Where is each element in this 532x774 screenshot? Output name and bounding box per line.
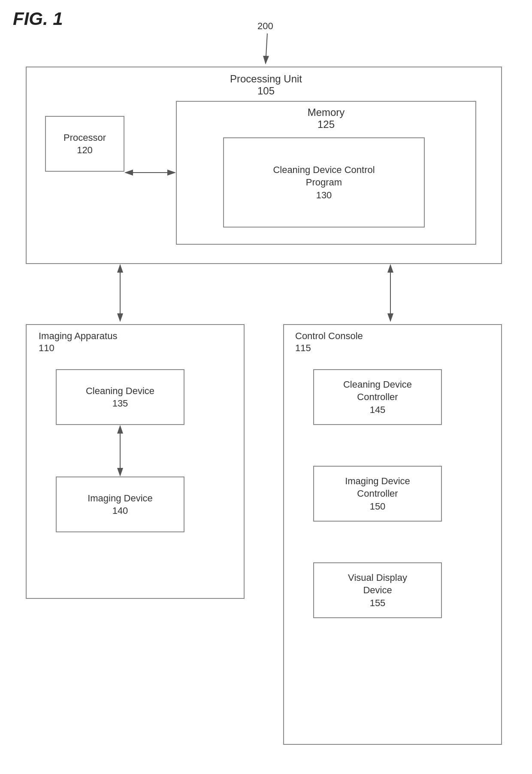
imaging-device-label: Imaging Device <box>88 492 153 505</box>
vdd-number: 155 <box>370 598 386 609</box>
cdc-label: Cleaning Device Controller <box>343 379 412 403</box>
idc-number: 150 <box>370 501 386 512</box>
imaging-device-number: 140 <box>112 505 128 516</box>
imaging-apparatus-label: Imaging Apparatus <box>39 331 117 342</box>
ref-200-label: 200 <box>257 21 273 32</box>
cdcp-box: Cleaning Device Control Program 130 <box>223 137 425 228</box>
imaging-apparatus-box <box>26 324 245 599</box>
idc-box: Imaging Device Controller 150 <box>313 466 442 522</box>
cdc-number: 145 <box>370 404 386 416</box>
cleaning-device-label: Cleaning Device <box>86 385 154 398</box>
cleaning-device-number: 135 <box>112 398 128 409</box>
figure-title: FIG. 1 <box>13 9 63 29</box>
idc-label: Imaging Device Controller <box>345 475 410 500</box>
processing-unit-number: 105 <box>0 85 532 97</box>
cdcp-label: Cleaning Device Control Program <box>273 164 375 188</box>
svg-line-3 <box>266 33 267 64</box>
cdc-box: Cleaning Device Controller 145 <box>313 369 442 425</box>
memory-number: 125 <box>176 118 476 131</box>
vdd-box: Visual Display Device 155 <box>313 562 442 618</box>
processing-unit-label: Processing Unit <box>0 73 532 85</box>
processor-label: Processor <box>63 132 106 144</box>
control-console-number: 115 <box>295 343 311 354</box>
imaging-device-box: Imaging Device 140 <box>56 477 184 532</box>
cdcp-number: 130 <box>316 190 332 201</box>
vdd-label: Visual Display Device <box>348 572 407 596</box>
processor-number: 120 <box>77 145 93 156</box>
processor-box: Processor 120 <box>45 116 124 172</box>
control-console-label: Control Console <box>295 331 363 342</box>
imaging-apparatus-number: 110 <box>39 343 54 354</box>
memory-label: Memory <box>176 106 476 118</box>
cleaning-device-box: Cleaning Device 135 <box>56 369 184 425</box>
